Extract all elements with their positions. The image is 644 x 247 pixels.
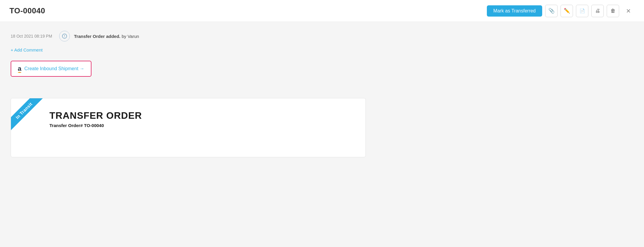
document-title: TRANSFER ORDER <box>49 110 351 121</box>
delete-button[interactable]: 🗑 <box>607 5 619 17</box>
add-comment-link[interactable]: + Add Comment <box>11 47 43 52</box>
content-area: 18 Oct 2021 08:19 PM Transfer Order adde… <box>0 22 644 166</box>
edit-button[interactable]: ✏️ <box>561 5 573 17</box>
delete-icon: 🗑 <box>611 8 616 14</box>
attach-button[interactable]: 📎 <box>545 5 558 17</box>
close-icon: ✕ <box>626 7 631 15</box>
amazon-logo-icon: a <box>18 65 21 72</box>
document-card: In Transit TRANSFER ORDER Transfer Order… <box>11 98 366 157</box>
document-order-number: TO-00040 <box>84 123 104 128</box>
pdf-button[interactable]: 📄 <box>576 5 588 17</box>
edit-icon: ✏️ <box>564 8 570 14</box>
arrow-icon: → <box>80 66 84 71</box>
print-button[interactable]: 🖨 <box>591 5 604 17</box>
activity-icon <box>59 31 70 41</box>
main-container: TO-00040 Mark as Transferred 📎 ✏️ 📄 🖨 🗑 … <box>0 0 644 247</box>
create-inbound-shipment-button[interactable]: a Create Inbound Shipment → <box>11 61 91 77</box>
activity-message: Transfer Order added. by Varun <box>74 34 139 39</box>
mark-transferred-button[interactable]: Mark as Transferred <box>487 5 542 17</box>
ribbon-label: In Transit <box>11 98 44 131</box>
pdf-icon: 📄 <box>579 8 585 14</box>
in-transit-ribbon: In Transit <box>11 98 49 137</box>
page-title: TO-00040 <box>9 6 45 15</box>
header: TO-00040 Mark as Transferred 📎 ✏️ 📄 🖨 🗑 … <box>0 0 644 22</box>
print-icon: 🖨 <box>595 8 600 14</box>
activity-timestamp: 18 Oct 2021 08:19 PM <box>11 34 55 39</box>
create-shipment-label: Create Inbound Shipment → <box>24 66 84 71</box>
activity-row: 18 Oct 2021 08:19 PM Transfer Order adde… <box>11 31 633 41</box>
close-button[interactable]: ✕ <box>622 5 635 17</box>
document-subtitle: Transfer Order# TO-00040 <box>49 123 351 128</box>
header-actions: Mark as Transferred 📎 ✏️ 📄 🖨 🗑 ✕ <box>487 5 635 17</box>
attach-icon: 📎 <box>548 8 555 14</box>
